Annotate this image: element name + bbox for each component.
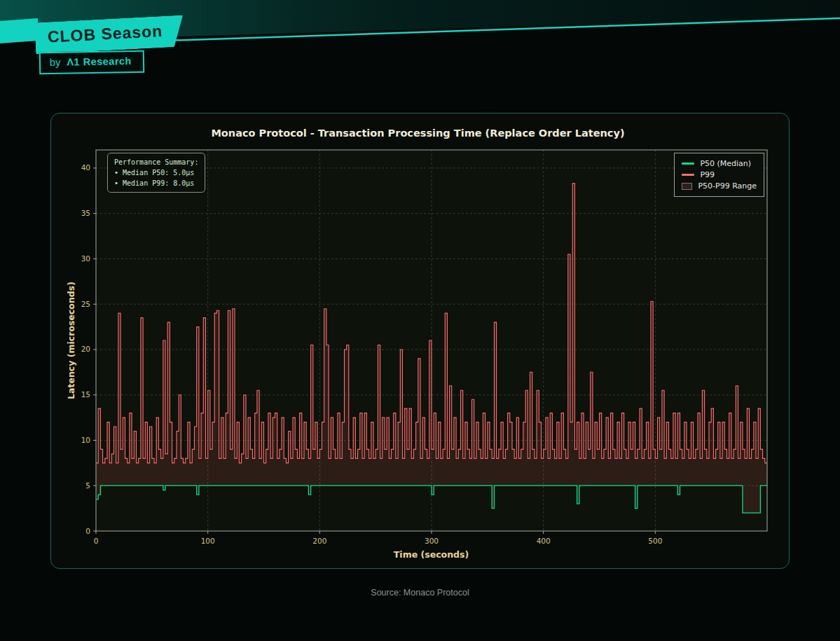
ribbon-tail	[0, 18, 38, 43]
latency-chart: 05101520253035400100200300400500	[61, 144, 776, 549]
legend-label: P99	[700, 170, 715, 179]
legend-label: P50 (Median)	[700, 159, 751, 168]
byline-prefix: by	[50, 57, 61, 68]
y-tick-label: 20	[81, 345, 90, 353]
p99-line-swatch	[682, 174, 694, 176]
legend-item-range: P50-P99 Range	[682, 181, 757, 191]
y-tick-label: 15	[81, 390, 90, 399]
performance-summary-box: Performance Summary: • Median P50: 5.0µs…	[107, 153, 205, 193]
y-tick-label: 0	[85, 527, 90, 535]
x-axis-label: Time (seconds)	[74, 549, 788, 560]
legend-label: P50-P99 Range	[698, 181, 757, 191]
y-axis-label: Latency (microseconds)	[66, 282, 76, 399]
y-tick-label: 25	[81, 300, 90, 308]
x-tick-label: 0	[94, 537, 99, 545]
x-tick-label: 100	[201, 537, 215, 545]
x-tick-label: 200	[312, 537, 326, 545]
legend-item-p99: P99	[682, 170, 757, 179]
y-tick-label: 5	[85, 481, 90, 490]
x-tick-label: 300	[425, 537, 439, 545]
p50-line-swatch	[682, 163, 694, 165]
chart-area: 05101520253035400100200300400500 Latency…	[61, 144, 776, 549]
brand-name: CLOB Season	[47, 22, 163, 46]
y-tick-label: 30	[81, 254, 90, 263]
summary-line: Performance Summary:	[114, 157, 198, 167]
legend-item-p50: P50 (Median)	[682, 159, 757, 168]
brand-byline: by Λ1 Research	[39, 50, 144, 75]
range-patch-swatch	[682, 183, 692, 190]
summary-line: • Median P99: 8.0µs	[114, 178, 198, 188]
legend: P50 (Median) P99 P50-P99 Range	[674, 153, 764, 197]
chart-title: Monaco Protocol - Transaction Processing…	[61, 127, 775, 139]
y-tick-label: 40	[81, 163, 90, 172]
summary-line: • Median P50: 5.0µs	[114, 167, 198, 178]
y-tick-label: 10	[81, 436, 90, 444]
x-tick-label: 500	[648, 537, 662, 545]
byline-brand: Λ1 Research	[67, 55, 132, 68]
header: CLOB Season by Λ1 Research	[0, 0, 840, 91]
chart-panel: Monaco Protocol - Transaction Processing…	[50, 113, 790, 569]
y-tick-label: 35	[81, 209, 90, 217]
source-caption: Source: Monaco Protocol	[0, 588, 840, 598]
x-tick-label: 400	[537, 537, 551, 545]
